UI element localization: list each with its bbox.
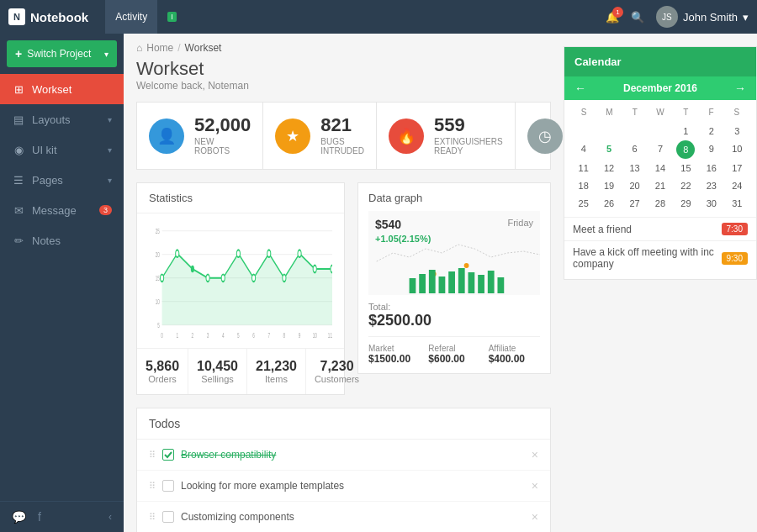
calendar-day-6[interactable]: 3: [725, 123, 749, 140]
data-graph-title: Data graph: [368, 192, 540, 204]
calendar-day-30[interactable]: 27: [622, 195, 647, 212]
user-menu[interactable]: JS John Smith ▾: [656, 6, 749, 28]
calendar-day-4[interactable]: 1: [674, 123, 698, 140]
prev-month-button[interactable]: ←: [574, 82, 586, 95]
svg-rect-40: [439, 277, 446, 293]
calendar-day-21[interactable]: 18: [571, 177, 596, 194]
app-logo: N Notebook: [8, 8, 88, 25]
sidebar-item-uikit[interactable]: ◉ UI kit ▾: [0, 134, 124, 165]
breadcrumb-home[interactable]: Home: [146, 42, 173, 54]
calendar-day-0[interactable]: [571, 123, 596, 140]
sidebar-item-layouts[interactable]: ▤ Layouts ▾: [0, 104, 124, 134]
svg-point-20: [298, 250, 301, 257]
calendar-day-28[interactable]: 25: [571, 195, 596, 212]
calendar-day-11[interactable]: 8: [676, 140, 695, 159]
logo-icon: N: [8, 8, 25, 25]
todo-checkbox-2[interactable]: [162, 511, 174, 523]
calendar-day-18[interactable]: 15: [674, 160, 698, 176]
calendar-day-1[interactable]: [596, 123, 621, 140]
sidebar-item-label: Pages: [32, 174, 101, 187]
uikit-icon: ◉: [12, 143, 25, 156]
sidebar-item-message[interactable]: ✉ Message 3: [0, 195, 124, 225]
calendar-day-13[interactable]: 10: [725, 140, 749, 159]
todo-close-0[interactable]: ×: [532, 448, 538, 461]
calendar-day-3[interactable]: [648, 123, 672, 140]
svg-text:10: 10: [156, 297, 160, 306]
event-time-0: 7:30: [722, 223, 748, 235]
message-badge: 3: [99, 205, 112, 215]
todo-item-2: ⠿ Customizing components ×: [137, 502, 550, 532]
calendar-day-31[interactable]: 28: [648, 195, 672, 212]
calendar-day-22[interactable]: 19: [596, 177, 621, 194]
calendar-day-24[interactable]: 21: [648, 177, 672, 194]
calendar-day-5[interactable]: 2: [699, 123, 723, 140]
svg-text:5: 5: [237, 330, 240, 340]
calendar-day-29[interactable]: 26: [596, 195, 621, 212]
calendar-day-26[interactable]: 23: [699, 177, 723, 194]
sidebar-item-pages[interactable]: ☰ Pages ▾: [0, 165, 124, 195]
svg-rect-45: [488, 271, 495, 293]
svg-text:3: 3: [207, 330, 209, 340]
notifications-button[interactable]: 🔔 1: [606, 11, 619, 24]
calendar-day-34[interactable]: 31: [725, 195, 749, 212]
weekday-t2: T: [673, 105, 698, 119]
calendar-day-14[interactable]: 11: [571, 160, 596, 176]
topnav: N Notebook Activity I 🔔 1 🔍 JS John Smit…: [0, 0, 757, 34]
switch-project-button[interactable]: + Switch Project ▾: [7, 40, 117, 67]
svg-point-16: [236, 250, 240, 257]
chevron-down-icon: ▾: [108, 115, 112, 124]
sidebar-item-notes[interactable]: ✏ Notes: [0, 225, 124, 255]
calendar-day-7[interactable]: 4: [571, 140, 596, 159]
calendar-day-17[interactable]: 14: [648, 160, 672, 176]
calendar-day-10[interactable]: 7: [648, 140, 672, 159]
next-month-button[interactable]: →: [734, 82, 746, 95]
todo-item-1: ⠿ Looking for more example templates ×: [137, 471, 550, 502]
sidebar-item-workset[interactable]: ⊞ Workset: [0, 74, 124, 104]
statistics-header: Statistics: [137, 183, 344, 213]
svg-text:6: 6: [252, 330, 255, 340]
search-button[interactable]: 🔍: [631, 11, 644, 24]
customers-label: Customers: [315, 374, 359, 384]
calendar-month-label: December 2016: [623, 82, 697, 94]
calendar-day-19[interactable]: 16: [699, 160, 723, 176]
drag-handle-icon[interactable]: ⠿: [149, 512, 156, 523]
svg-text:0: 0: [161, 330, 163, 340]
svg-point-12: [176, 250, 179, 257]
calendar-day-15[interactable]: 12: [596, 160, 621, 176]
calendar-day-9[interactable]: 6: [622, 140, 647, 159]
todo-checkbox-0[interactable]: [162, 449, 174, 461]
tab-indicator[interactable]: I: [157, 0, 187, 34]
todo-checkbox-1[interactable]: [162, 480, 174, 492]
drag-handle-icon[interactable]: ⠿: [149, 481, 156, 492]
stat-card-robots: 👤 52,000 NEW ROBOTS: [137, 103, 263, 169]
breadcrumb: ⌂ Home / Workset: [124, 34, 564, 58]
svg-point-18: [267, 250, 271, 257]
calendar-day-20[interactable]: 17: [725, 160, 749, 176]
event-text-0: Meet a friend: [573, 224, 632, 235]
collapse-sidebar-button[interactable]: ‹: [109, 511, 112, 523]
calendar-day-33[interactable]: 30: [699, 195, 723, 212]
calendar-day-16[interactable]: 13: [622, 160, 647, 176]
drag-handle-icon[interactable]: ⠿: [149, 450, 156, 461]
calendar-day-12[interactable]: 9: [699, 140, 723, 159]
page-title: Workset: [136, 58, 551, 80]
calendar-day-23[interactable]: 20: [622, 177, 647, 194]
todo-close-2[interactable]: ×: [532, 510, 538, 524]
notes-icon: ✏: [12, 234, 25, 247]
svg-point-15: [221, 274, 225, 282]
chat-icon[interactable]: 💬: [12, 510, 26, 524]
calendar-day-2[interactable]: [622, 123, 647, 140]
sidebar-item-label: Message: [32, 204, 93, 217]
statistics-chart: 25 20 15 10 5: [149, 222, 332, 340]
calendar-day-32[interactable]: 29: [674, 195, 698, 212]
facebook-icon[interactable]: f: [38, 510, 41, 524]
svg-text:5: 5: [157, 320, 160, 329]
tab-activity[interactable]: Activity: [105, 0, 157, 34]
right-column: Data graph $540 +1.05(2.15%) Friday: [357, 182, 551, 395]
calendar-day-25[interactable]: 22: [674, 177, 698, 194]
calendar-day-8[interactable]: 5: [596, 140, 621, 159]
todo-close-1[interactable]: ×: [532, 479, 538, 492]
svg-text:11: 11: [328, 330, 332, 340]
calendar-day-27[interactable]: 24: [725, 177, 749, 194]
robots-icon: 👤: [149, 119, 184, 154]
